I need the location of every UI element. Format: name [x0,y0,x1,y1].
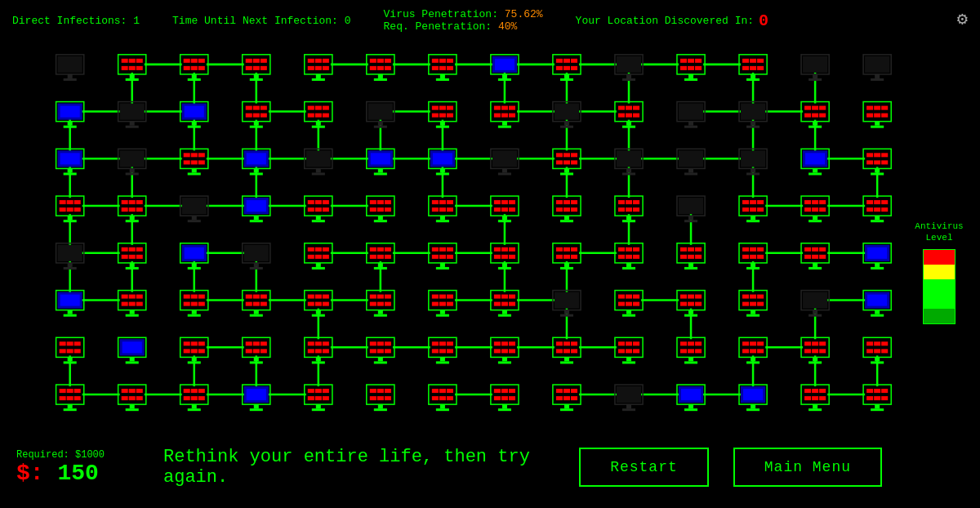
svg-rect-334 [64,172,77,175]
svg-rect-734 [626,302,632,306]
svg-rect-891 [813,357,817,361]
svg-rect-325 [874,114,880,118]
svg-rect-757 [751,310,755,314]
svg-rect-393 [746,172,760,175]
svg-rect-138 [191,66,198,70]
svg-rect-247 [246,114,252,118]
svg-rect-807 [315,341,322,345]
svg-rect-742 [680,302,687,306]
svg-rect-283 [501,114,508,118]
svg-rect-723 [502,310,507,314]
svg-rect-600 [564,255,570,259]
restart-button[interactable]: Restart [579,448,709,487]
svg-rect-455 [385,207,391,212]
svg-rect-452 [377,200,384,204]
svg-rect-801 [254,357,259,361]
svg-rect-664 [126,314,139,317]
svg-rect-309 [746,126,760,128]
money-block: Required: $1000 $: 150 [16,449,147,486]
svg-rect-203 [679,56,703,73]
svg-rect-582 [447,255,453,259]
req-penetration-value: 40% [498,20,517,33]
svg-rect-623 [688,263,693,267]
svg-rect-314 [812,106,818,110]
svg-rect-607 [618,247,625,252]
svg-rect-496 [626,216,631,220]
svg-rect-617 [680,247,687,252]
svg-rect-158 [315,66,322,70]
svg-rect-908 [67,396,74,400]
svg-rect-144 [244,56,269,73]
svg-rect-892 [808,361,822,363]
svg-rect-376 [564,153,570,157]
svg-rect-604 [560,267,573,270]
svg-rect-875 [742,341,749,345]
svg-rect-669 [191,295,198,299]
svg-rect-487 [560,220,573,222]
svg-rect-702 [385,302,391,306]
svg-rect-670 [191,302,198,306]
svg-rect-260 [323,106,329,110]
svg-rect-501 [684,220,697,222]
svg-rect-338 [126,172,139,175]
svg-rect-466 [440,216,445,220]
svg-rect-677 [246,295,252,299]
svg-rect-667 [184,295,190,299]
svg-rect-885 [804,341,811,345]
time-value: 0 [345,15,351,27]
svg-rect-172 [374,78,387,81]
svg-rect-377 [564,160,570,164]
main-menu-button[interactable]: Main Menu [733,448,882,487]
svg-rect-697 [370,295,376,299]
svg-rect-237 [130,122,135,126]
svg-rect-164 [368,56,393,73]
svg-rect-195 [571,66,577,70]
svg-rect-811 [316,357,321,361]
svg-rect-890 [819,349,826,353]
svg-rect-126 [122,66,128,70]
svg-rect-573 [378,263,383,267]
svg-rect-549 [192,263,197,267]
svg-rect-121 [68,74,73,78]
svg-rect-961 [432,396,439,400]
svg-rect-160 [323,66,329,70]
svg-rect-224 [813,74,817,78]
svg-rect-464 [447,200,453,204]
svg-rect-397 [813,168,817,172]
header-bar: Direct Infections: 1 Time Until Next Inf… [0,0,980,41]
svg-rect-781 [130,357,135,361]
svg-rect-403 [874,153,880,157]
svg-rect-672 [198,302,205,306]
svg-rect-761 [813,310,817,314]
svg-rect-251 [261,114,267,118]
svg-rect-210 [688,74,693,78]
svg-rect-736 [633,302,639,306]
svg-rect-129 [136,59,143,63]
svg-rect-445 [323,207,329,212]
svg-rect-165 [370,59,376,63]
svg-rect-766 [875,310,880,314]
svg-rect-995 [688,404,693,408]
svg-rect-816 [370,349,376,353]
svg-rect-446 [316,216,321,220]
virus-penetration-stat: Virus Penetration: 75.62% Req. Penetrati… [384,8,543,33]
svg-rect-897 [874,341,880,345]
svg-rect-611 [633,247,639,252]
svg-rect-770 [60,341,66,345]
svg-rect-683 [254,310,259,314]
svg-rect-461 [432,207,439,212]
svg-rect-562 [323,255,329,259]
svg-rect-171 [378,74,383,78]
svg-rect-262 [316,122,321,126]
svg-rect-782 [126,361,139,363]
virus-penetration-label: Virus Penetration: [384,8,498,20]
svg-rect-829 [447,341,453,345]
svg-rect-967 [436,408,449,411]
svg-rect-421 [122,200,128,204]
svg-rect-136 [184,66,190,70]
svg-rect-405 [881,153,888,157]
svg-rect-517 [812,207,818,212]
svg-rect-943 [315,396,322,400]
svg-rect-313 [804,114,811,118]
svg-rect-519 [819,207,826,212]
